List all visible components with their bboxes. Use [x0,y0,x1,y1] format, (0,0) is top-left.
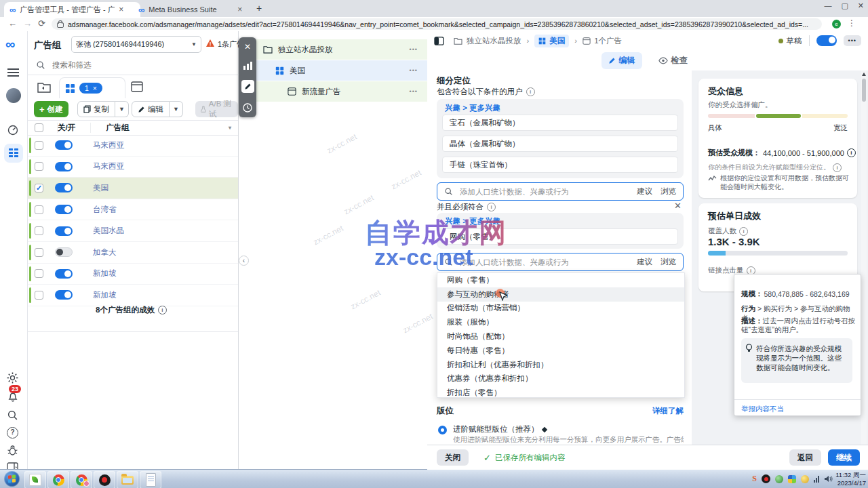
adset-toggle[interactable] [55,226,73,236]
tray-green-icon[interactable] [775,475,783,483]
dropdown-item[interactable]: 促销活动（市场营销） [437,302,684,316]
dropdown-item[interactable]: 折扣店（零售） [437,386,684,398]
refresh-icon[interactable]: ⟳ [38,17,45,30]
duplicate-button[interactable]: 复制 [77,101,115,117]
targeting-search-box[interactable]: 建议浏览 [437,182,684,201]
ab-test-button[interactable]: A/B 测试 [195,101,238,117]
search-icon[interactable] [7,409,18,421]
browser-menu-icon[interactable]: ⋮ [848,18,856,28]
settings-gear-icon[interactable] [7,372,18,384]
remove-group-icon[interactable]: ✕ [674,201,682,211]
dropdown-item[interactable]: 优惠券（优惠券和折扣） [437,372,684,386]
bug-report-icon[interactable] [7,445,18,456]
folder-view-icon[interactable] [37,81,51,93]
breadcrumb-campaign[interactable]: 独立站水晶投放 [467,36,521,46]
search-filter-input[interactable] [51,60,189,70]
tray-flash-icon[interactable] [801,475,809,483]
maximize-icon[interactable]: ▢ [841,1,848,10]
table-row[interactable]: 马来西亚 [28,135,238,157]
interest-item[interactable]: 宝石（金属和矿物） [442,115,678,131]
back-button[interactable]: 返回 [789,449,821,466]
campaigns-icon-active[interactable] [4,144,23,163]
url-omnibox[interactable]: adsmanager.facebook.com/adsmanager/manag… [52,18,822,30]
browser-tab-business-suite[interactable]: ∞ Meta Business Suite × [133,2,259,17]
back-icon[interactable]: ← [8,17,17,30]
ads-manager-icon[interactable] [7,123,19,136]
breadcrumb-adset-active[interactable]: 美国 [534,35,569,47]
adset-toggle-off[interactable] [55,247,73,257]
dropdown-item[interactable]: 网购（零售） [437,273,684,287]
meta-logo-icon[interactable]: ∞ [5,37,15,52]
taskbar-app-explorer[interactable] [117,471,138,488]
panel-toggle-icon[interactable] [434,37,444,45]
user-avatar[interactable] [6,88,21,103]
filter-count-pill[interactable]: 1× [79,83,102,94]
tray-speaker-icon[interactable] [824,475,833,483]
placement-radio-selected[interactable] [438,426,447,434]
more-options-icon[interactable]: ••• [410,67,418,74]
dropdown-item[interactable]: 每日特惠（零售） [437,344,684,358]
new-tab-button[interactable]: + [256,3,262,14]
adset-toggle[interactable] [55,162,73,171]
dropdown-item[interactable]: 服装（服饰） [437,315,684,329]
table-row[interactable]: 加拿大 [28,242,238,264]
taskbar-app-recorder[interactable] [94,471,115,488]
dropdown-item[interactable]: 折扣和让利（优惠券和折扣） [437,358,684,372]
tree-campaign-row[interactable]: 独立站水晶投放 ••• [255,39,427,60]
breadcrumb-ad[interactable]: 1个广告 [594,36,622,46]
table-row[interactable]: 台湾省 [28,199,238,221]
more-options-icon[interactable]: ••• [410,88,418,95]
browse-link[interactable]: 浏览 [660,186,676,197]
adset-toggle[interactable] [55,205,73,214]
tray-network-icon[interactable] [814,476,819,483]
taskbar-app-chrome[interactable] [47,471,69,488]
adset-toggle[interactable] [55,183,73,192]
close-window-icon[interactable]: ✕ [858,1,864,10]
adset-toggle[interactable] [55,269,73,279]
minimize-icon[interactable]: — [824,1,831,10]
learn-more-link[interactable]: 详细了解 [652,406,684,416]
history-clock-icon[interactable] [243,103,252,113]
report-link[interactable]: 举报内容不当 [741,405,784,414]
profile-avatar[interactable]: e [832,20,841,28]
taskbar-app-editor[interactable] [24,471,46,488]
tree-adset-row-selected[interactable]: 美国 ••• [255,60,427,81]
tab-close-icon[interactable]: × [237,5,242,14]
taskbar-app-chrome-2[interactable] [71,471,92,488]
table-row[interactable]: 马来西亚 [28,157,238,178]
scrollbar-track[interactable] [861,70,867,445]
tab-close-icon[interactable]: × [119,5,123,14]
dropdown-item[interactable]: 时尚饰品（配饰） [437,329,684,344]
targeting-search-input-2[interactable] [458,258,631,267]
tab-edit[interactable]: 编辑 [601,52,642,69]
targeting-search-input[interactable] [458,187,631,197]
clear-filter-icon[interactable]: × [93,84,97,92]
edit-dropdown-arrow[interactable]: ▼ [170,101,183,117]
help-icon[interactable]: ? [7,427,18,439]
browse-link[interactable]: 浏览 [660,257,676,267]
tray-recorder-icon[interactable] [762,474,770,483]
table-row[interactable]: 新加坡 [28,285,238,306]
close-button[interactable]: 关闭 [437,449,469,466]
table-row[interactable]: 新加坡 [28,264,238,285]
sort-chevron-icon[interactable]: ▾ [229,125,231,131]
continue-button[interactable]: 继续 [828,449,860,466]
scrollbar-thumb[interactable] [862,79,866,102]
tab-review[interactable]: 检查 [652,52,694,69]
table-row[interactable]: 美国水晶 [28,220,238,242]
edit-button[interactable]: 编辑 [132,101,170,117]
adset-toggle[interactable] [55,290,73,300]
account-selector[interactable]: 张弛 (2758014694419946) ▼ [71,36,201,53]
taskbar-clock[interactable]: 11:32 周一 2023/4/17 [835,471,866,487]
more-options-button[interactable]: ••• [844,35,861,46]
hamburger-menu-icon[interactable] [7,66,19,79]
close-icon[interactable]: ✕ [244,42,251,52]
duplicate-dropdown-arrow[interactable]: ▼ [115,101,129,117]
edit-pencil-icon-active[interactable] [241,80,254,93]
column-toggle[interactable]: 关/开 [58,123,75,133]
chart-icon[interactable] [243,62,252,70]
adset-status-toggle[interactable] [816,35,837,46]
start-button[interactable] [4,471,20,487]
collapse-arrow-button[interactable]: ‹ [239,256,249,266]
tree-ad-row[interactable]: 新流量广告 ••• [255,81,427,102]
